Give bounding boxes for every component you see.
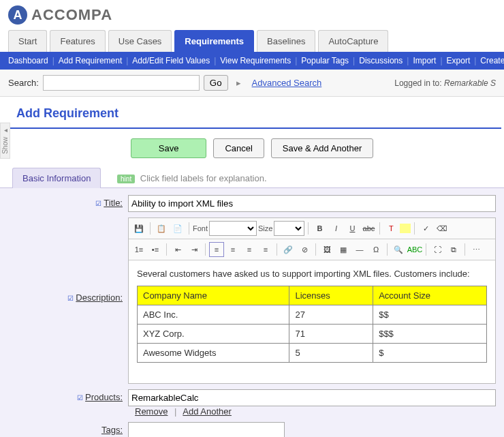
bg-color-icon[interactable] <box>400 224 411 233</box>
align-justify-icon[interactable]: ≡ <box>258 242 273 257</box>
table-row: Awesome Widgets5$ <box>138 344 487 363</box>
size-select[interactable] <box>274 221 304 236</box>
table-header: Account Size <box>373 286 487 305</box>
products-add-link[interactable]: Add Another <box>183 406 232 417</box>
subnav-discussions[interactable]: Discussions <box>359 56 403 65</box>
font-label: Font <box>193 224 208 232</box>
subnav-view-requirements[interactable]: View Requirements <box>220 56 291 65</box>
paste-word-icon[interactable]: 📄 <box>170 221 185 236</box>
description-label[interactable]: ☑Description: <box>12 217 128 303</box>
description-intro: Several customers have asked us to suppo… <box>137 269 487 279</box>
search-go-button[interactable]: Go <box>204 75 228 91</box>
products-label[interactable]: ☑Products: <box>12 389 128 402</box>
search-label: Search: <box>8 78 39 88</box>
table-cell: 71 <box>289 325 373 344</box>
more-icon[interactable]: ⋯ <box>469 242 484 257</box>
spellcheck-icon[interactable]: ABC <box>407 242 422 257</box>
show-toggle[interactable]: Show ▸ <box>0 123 10 159</box>
main-tab-use-cases[interactable]: Use Cases <box>108 30 172 52</box>
logo-text: ACCOMPA <box>31 6 112 24</box>
find-icon[interactable]: 🔍 <box>391 242 406 257</box>
table-icon[interactable]: ▦ <box>336 242 351 257</box>
maximize-icon[interactable]: ⛶ <box>430 242 445 257</box>
hint-row: hint Click field labels for explanation. <box>117 173 266 183</box>
table-cell: ABC Inc. <box>138 305 289 325</box>
triangle-right-icon: ▸ <box>236 78 241 88</box>
table-row: XYZ Corp.71$$$ <box>138 325 487 344</box>
clear-format-icon[interactable]: ✓ <box>418 221 433 236</box>
title-input[interactable] <box>128 195 496 212</box>
align-left-icon[interactable]: ≡ <box>209 242 224 257</box>
required-icon: ☑ <box>95 200 101 207</box>
save-icon[interactable]: 💾 <box>131 221 146 236</box>
customers-table: Company NameLicensesAccount Size ABC Inc… <box>137 286 487 363</box>
subnav-add-edit-field-values[interactable]: Add/Edit Field Values <box>132 56 210 65</box>
rich-text-editor: 💾 📋 📄 Font Size B I U abc T <box>128 217 496 384</box>
subnav-import[interactable]: Import <box>413 56 436 65</box>
source-icon[interactable]: ⧉ <box>446 242 461 257</box>
tags-input[interactable] <box>128 422 285 437</box>
table-cell: $ <box>373 344 487 363</box>
save-add-another-button[interactable]: Save & Add Another <box>271 138 373 158</box>
align-center-icon[interactable]: ≡ <box>225 242 240 257</box>
table-cell: Awesome Widgets <box>138 344 289 363</box>
image-icon[interactable]: 🖼 <box>319 242 334 257</box>
subnav-popular-tags[interactable]: Popular Tags <box>301 56 349 65</box>
section-tab-basic-info[interactable]: Basic Information <box>12 168 101 188</box>
main-tabs: StartFeaturesUse CasesRequirementsBaseli… <box>0 30 504 52</box>
ul-icon[interactable]: •≡ <box>148 242 163 257</box>
main-tab-start[interactable]: Start <box>8 30 47 52</box>
indent-icon[interactable]: ⇥ <box>187 242 202 257</box>
eraser-icon[interactable]: ⌫ <box>435 221 450 236</box>
subnav-export[interactable]: Export <box>447 56 471 65</box>
main-tab-requirements[interactable]: Requirements <box>174 30 254 52</box>
table-cell: 5 <box>289 344 373 363</box>
italic-icon[interactable]: I <box>328 221 343 236</box>
required-icon: ☑ <box>77 394 83 402</box>
tags-label[interactable]: Tags: <box>12 422 128 435</box>
table-cell: 27 <box>289 305 373 325</box>
cancel-button[interactable]: Cancel <box>213 138 264 158</box>
advanced-search-link[interactable]: Advanced Search <box>252 78 322 88</box>
align-right-icon[interactable]: ≡ <box>242 242 257 257</box>
table-cell: XYZ Corp. <box>138 325 289 344</box>
paste-icon[interactable]: 📋 <box>154 221 169 236</box>
unlink-icon[interactable]: ⊘ <box>297 242 312 257</box>
underline-icon[interactable]: U <box>345 221 360 236</box>
editor-content[interactable]: Several customers have asked us to suppo… <box>129 260 495 383</box>
search-bar: Search: Go ▸ Advanced Search Logged in t… <box>0 70 504 97</box>
main-tab-autocapture[interactable]: AutoCapture <box>318 30 388 52</box>
title-label[interactable]: ☑Title: <box>12 195 128 208</box>
page-title: Add Requirement <box>8 97 501 129</box>
products-input[interactable] <box>128 389 496 406</box>
symbol-icon[interactable]: Ω <box>368 242 383 257</box>
required-icon: ☑ <box>67 295 74 302</box>
subnav-dashboard[interactable]: Dashboard <box>8 56 48 65</box>
form-area: ☑Title: ☑Description: 💾 📋 📄 Font Size B <box>0 187 504 437</box>
table-cell: $$ <box>373 305 487 325</box>
font-select[interactable] <box>209 221 257 236</box>
table-header: Company Name <box>138 286 289 305</box>
hr-icon[interactable]: — <box>352 242 367 257</box>
outdent-icon[interactable]: ⇤ <box>170 242 185 257</box>
action-row: Save Cancel Save & Add Another <box>0 129 504 168</box>
subnav-create-docum[interactable]: Create Docum <box>480 56 504 65</box>
products-remove-link[interactable]: Remove <box>135 406 168 417</box>
editor-toolbar-2: 1≡ •≡ ⇤ ⇥ ≡ ≡ ≡ ≡ 🔗 ⊘ 🖼 ▦ — <box>129 239 495 260</box>
save-button[interactable]: Save <box>131 138 207 158</box>
strike-icon[interactable]: abc <box>361 221 376 236</box>
subnav-add-requirement[interactable]: Add Requirement <box>59 56 122 65</box>
table-row: ABC Inc.27$$ <box>138 305 487 325</box>
main-tab-features[interactable]: Features <box>50 30 105 52</box>
text-color-icon[interactable]: T <box>383 221 398 236</box>
bold-icon[interactable]: B <box>312 221 327 236</box>
link-icon[interactable]: 🔗 <box>281 242 296 257</box>
sub-nav: Dashboard|Add Requirement|Add/Edit Field… <box>0 52 504 70</box>
ol-icon[interactable]: 1≡ <box>131 242 146 257</box>
logged-in-text: Logged in to: Remarkable S <box>394 78 496 88</box>
size-label: Size <box>258 224 272 232</box>
table-header: Licenses <box>289 286 373 305</box>
search-input[interactable] <box>43 75 200 91</box>
main-tab-baselines[interactable]: Baselines <box>257 30 315 52</box>
hint-text: Click field labels for explanation. <box>140 173 267 183</box>
